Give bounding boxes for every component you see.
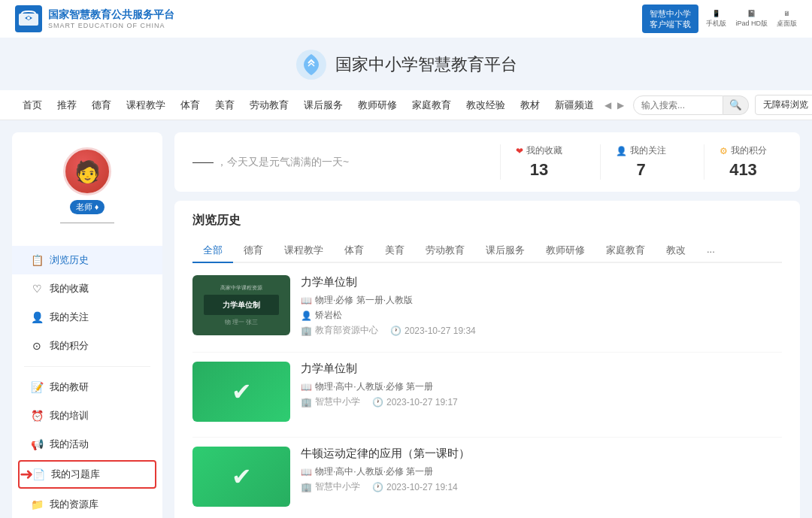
user-info-card: —— ，今天又是元气满满的一天~ ❤ 我的收藏 13 👤 我的关注 7: [174, 132, 800, 192]
nav-bar: 首页 推荐 德育 课程教学 体育 美育 劳动教育 课后服务 教师研修 家庭教育 …: [0, 90, 812, 120]
header: 国家智慧教育公共服务平台 SMART EDUCATION OF CHINA 智慧…: [0, 0, 812, 38]
follow-icon: 👤: [616, 146, 627, 156]
tab-more[interactable]: ...: [696, 239, 726, 263]
stat-points[interactable]: ⚙ 我的积分 413: [704, 144, 782, 180]
nav-item-reform[interactable]: 教改经验: [459, 90, 513, 120]
item1-thumbnail[interactable]: 高家中学课程资源 力学单位制 物 理一 张三: [192, 275, 290, 335]
sidebar-item-following[interactable]: 👤 我的关注: [12, 303, 162, 332]
exercise-icon: 📄: [32, 468, 45, 480]
nav-item-afterschool[interactable]: 课后服务: [296, 90, 350, 120]
nav-item-labor[interactable]: 劳动教育: [242, 90, 296, 120]
item2-thumb-icon: ✔: [232, 377, 252, 406]
nav-item-teacher[interactable]: 教师研修: [350, 90, 404, 120]
avatar-area: 🧑 老师 ♦ ——————: [60, 147, 114, 228]
resources-icon: 📁: [30, 498, 44, 510]
greeting-text: —— ，今天又是元气满满的一天~: [192, 156, 500, 169]
ipad-icon: 📓: [747, 10, 756, 17]
device-mobile[interactable]: 📱 手机版: [706, 10, 726, 29]
tab-afterschool[interactable]: 课后服务: [475, 239, 535, 263]
client-download-button[interactable]: 智慧中小学 客户端下载: [642, 5, 698, 34]
search-button[interactable]: 🔍: [723, 95, 749, 115]
logo-main-text: 国家智慧教育公共服务平台: [48, 8, 174, 22]
history-item-1: 高家中学课程资源 力学单位制 物 理一 张三 力学单位制 📖 物理·必修 第一册…: [192, 275, 782, 337]
sidebar-item-research[interactable]: 📝 我的教研: [12, 373, 162, 401]
teacher-badge[interactable]: 老师 ♦: [70, 200, 105, 214]
time3-icon: 🕐: [372, 482, 383, 492]
device-desktop[interactable]: 🖥 桌面版: [777, 10, 797, 29]
device-icons: 📱 手机版 📓 iPad HD版 🖥 桌面版: [706, 10, 797, 29]
platform-title: 国家中小学智慧教育平台: [335, 53, 517, 76]
item1-title[interactable]: 力学单位制: [301, 275, 782, 289]
tab-family[interactable]: 家庭教育: [595, 239, 656, 263]
thumb1-subtitle: 高家中学课程资源: [220, 284, 262, 292]
tab-curriculum[interactable]: 课程教学: [274, 239, 334, 263]
content-area: —— ，今天又是元气满满的一天~ ❤ 我的收藏 13 👤 我的关注 7: [174, 132, 800, 518]
header-left: 国家智慧教育公共服务平台 SMART EDUCATION OF CHINA: [15, 5, 174, 32]
nav-item-moral[interactable]: 德育: [84, 90, 119, 120]
author-icon: 👤: [301, 310, 312, 321]
nav-item-recommend[interactable]: 推荐: [50, 90, 84, 120]
platform-header: 国家中小学智慧教育平台: [0, 38, 812, 90]
points-count: 413: [729, 160, 757, 180]
nav-item-home[interactable]: 首页: [15, 90, 50, 120]
accessibility-button[interactable]: 无障碍浏览: [755, 95, 812, 115]
history-tab-bar: 全部 德育 课程教学 体育 美育 劳动教育 课后服务 教师研修 家庭教育 教改 …: [192, 239, 782, 263]
search-input[interactable]: [633, 95, 723, 115]
sidebar-item-browse-history[interactable]: 📋 浏览历史: [12, 246, 162, 274]
item2-info: 力学单位制 📖 物理·高中·人教版·必修 第一册 🏢 智慧中小学 🕐: [301, 362, 782, 408]
nav-next-arrow[interactable]: ▶: [614, 100, 627, 111]
item-divider-2: [192, 437, 782, 438]
history-list: 高家中学课程资源 力学单位制 物 理一 张三 力学单位制 📖 物理·必修 第一册…: [192, 275, 782, 518]
tab-labor[interactable]: 劳动教育: [415, 239, 475, 263]
browse-history-icon: 📋: [30, 254, 44, 266]
book-icon: 📖: [301, 295, 312, 306]
nav-item-textbook[interactable]: 教材: [513, 90, 547, 120]
history-item-2: ✔ 力学单位制 📖 物理·高中·人教版·必修 第一册 🏢 智慧中小学: [192, 362, 782, 422]
client-btn-line1: 智慧中小学: [650, 8, 691, 19]
stat-following[interactable]: 👤 我的关注 7: [600, 144, 681, 180]
tab-teacher[interactable]: 教师研修: [535, 239, 595, 263]
research-icon: 📝: [30, 381, 44, 393]
nav-prev-arrow[interactable]: ◀: [601, 100, 614, 111]
header-right: 智慧中小学 客户端下载 📱 手机版 📓 iPad HD版 🖥 桌面版: [642, 5, 797, 34]
sidebar: 🧑 老师 ♦ —————— 📋 浏览历史 ♡ 我的收藏 👤 我的关注 ⊙ 我的: [12, 132, 162, 518]
desktop-icon: 🖥: [783, 10, 790, 17]
tab-moral[interactable]: 德育: [233, 239, 274, 263]
tab-reform[interactable]: 教改: [656, 239, 696, 263]
nav-item-sports[interactable]: 体育: [173, 90, 208, 120]
platform-logo: 国家中小学智慧教育平台: [295, 48, 517, 81]
item3-info: 牛顿运动定律的应用（第一课时） 📖 物理·高中·人教版·必修 第一册 🏢 智慧中…: [301, 447, 782, 493]
nav-item-xinjiang[interactable]: 新疆频道: [547, 90, 601, 120]
sidebar-divider: [24, 366, 150, 367]
sidebar-user-name: ——————: [60, 217, 114, 228]
sidebar-item-favorites[interactable]: ♡ 我的收藏: [12, 274, 162, 303]
item-divider-1: [192, 352, 782, 353]
mobile-icon: 📱: [712, 10, 720, 17]
sidebar-item-points[interactable]: ⊙ 我的积分: [12, 332, 162, 360]
sidebar-item-resources[interactable]: 📁 我的资源库: [12, 490, 162, 518]
following-count: 7: [636, 160, 645, 180]
device-ipad[interactable]: 📓 iPad HD版: [735, 10, 768, 29]
tab-sports[interactable]: 体育: [334, 239, 374, 263]
heart-icon: ❤: [516, 146, 523, 156]
svg-point-1: [27, 17, 30, 20]
item2-thumbnail[interactable]: ✔: [192, 362, 290, 422]
sidebar-item-exercise[interactable]: 📄 我的习题库: [18, 460, 156, 489]
nav-item-arts[interactable]: 美育: [208, 90, 242, 120]
stat-favorites[interactable]: ❤ 我的收藏 13: [500, 144, 577, 180]
sidebar-item-activities[interactable]: 📢 我的活动: [12, 430, 162, 459]
logo-icon: [15, 5, 42, 32]
item2-title[interactable]: 力学单位制: [301, 362, 782, 376]
tab-arts[interactable]: 美育: [374, 239, 415, 263]
stats-area: ❤ 我的收藏 13 👤 我的关注 7 ⚙ 我的积分: [500, 144, 782, 180]
time2-icon: 🕐: [372, 397, 383, 407]
sidebar-item-training[interactable]: ⏰ 我的培训: [12, 401, 162, 430]
thumb1-title: 力学单位制: [207, 299, 276, 310]
nav-item-family[interactable]: 家庭教育: [404, 90, 459, 120]
nav-item-curriculum[interactable]: 课程教学: [119, 90, 173, 120]
tab-all[interactable]: 全部: [192, 239, 233, 263]
item3-title[interactable]: 牛顿运动定律的应用（第一课时）: [301, 447, 782, 461]
item3-thumbnail[interactable]: ✔: [192, 447, 290, 507]
item1-info: 力学单位制 📖 物理·必修 第一册·人教版 👤 矫岩松 🏢: [301, 275, 782, 337]
item3-thumb-icon: ✔: [232, 462, 252, 491]
